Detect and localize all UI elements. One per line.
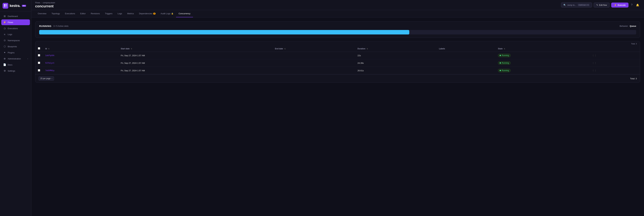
sort-icon[interactable]: ⇅	[366, 48, 368, 50]
sidebar-item-label: Dashboard	[8, 15, 18, 18]
col-end-date: End date ⇅	[272, 46, 355, 52]
row-state: Running	[495, 52, 590, 59]
logo-area: kestra. dev	[0, 0, 31, 11]
help-button[interactable]: ?	[630, 3, 634, 7]
tab-topology[interactable]: Topology	[49, 10, 62, 17]
jump-to-label: Jump to...	[567, 4, 576, 6]
sort-icon[interactable]: ⇅	[284, 48, 286, 50]
sidebar: kestra. dev ⊞ Dashboard ⚡ Flows ◷ Execut…	[0, 0, 31, 216]
sidebar-item-executions[interactable]: ◷ Executions	[1, 26, 30, 31]
sidebar-item-label: Logs	[8, 33, 12, 36]
state-dot	[500, 62, 501, 64]
title-area: Flows / company.team concurrent	[35, 2, 55, 8]
tab-label: Topology	[52, 12, 60, 15]
tab-metrics[interactable]: Metrics	[125, 10, 136, 17]
sidebar-item-blueprints[interactable]: ⬡ Blueprints	[1, 44, 30, 49]
sidebar-item-label: Settings	[8, 70, 15, 72]
behavior-label: Behavior:	[620, 25, 628, 27]
progress-bar-container	[39, 30, 636, 34]
table-header-row: Id ⇅ Start date ⇅ End date ⇅ Duration	[35, 46, 640, 52]
running-slots: 3 / 5 Active slots	[54, 25, 68, 27]
plugins-icon: ✦	[3, 51, 6, 54]
logo-badge: dev	[22, 5, 26, 7]
row-actions-menu[interactable]: ⋮⋮	[592, 69, 596, 72]
row-state: Running	[495, 67, 590, 74]
row-labels	[436, 52, 495, 59]
state-label: Running	[502, 54, 509, 57]
sidebar-item-dashboard[interactable]: ⊞ Dashboard	[1, 13, 30, 19]
row-id: 537mlyxt	[43, 59, 118, 67]
edit-flow-label: Edit flow	[599, 4, 607, 6]
state-badge: Running	[498, 54, 511, 57]
execute-button[interactable]: ⚡ Execute	[611, 3, 628, 8]
row-checkbox[interactable]	[38, 69, 40, 71]
sort-icon[interactable]: ⇅	[131, 48, 132, 50]
sidebar-item-label: Flows	[8, 21, 13, 24]
sidebar-item-settings[interactable]: ⚙ Settings	[1, 68, 30, 74]
row-actions-cell: ⋮⋮	[590, 59, 640, 67]
executions-table: Id ⇅ Start date ⇅ End date ⇅ Duration	[35, 46, 640, 74]
execution-id-link[interactable]: 1abfqh6k	[45, 54, 54, 57]
tab-label: Overview	[38, 12, 46, 15]
sidebar-item-administration[interactable]: ⊕ Administration ›	[1, 56, 30, 62]
tab-executions[interactable]: Executions	[62, 10, 78, 17]
state-badge: Running	[498, 61, 511, 65]
main-content: Flows / company.team concurrent 🔍 Jump t…	[31, 0, 644, 216]
sidebar-item-namespaces[interactable]: ⊙ Namespaces	[1, 38, 30, 43]
sidebar-item-label: Namespaces	[8, 39, 20, 42]
execution-id-link[interactable]: 7eUVMKby	[45, 70, 54, 72]
state-label: Running	[502, 62, 509, 64]
per-page-label: 25 per page	[40, 77, 50, 80]
sidebar-item-label: Docs	[8, 64, 12, 66]
sort-icon[interactable]: ⇅	[48, 48, 50, 50]
notification-button[interactable]: 🔔	[635, 3, 640, 8]
row-state: Running	[495, 59, 590, 67]
sidebar-item-docs[interactable]: 📄 Docs	[1, 62, 30, 68]
select-all-checkbox[interactable]	[38, 47, 40, 50]
administration-icon: ⊕	[3, 57, 6, 60]
execution-id-link[interactable]: 537mlyxt	[45, 62, 54, 64]
row-actions-menu[interactable]: ⋮⋮	[592, 54, 596, 57]
tab-audit-logs[interactable]: Audit Logs 🔒	[158, 10, 176, 17]
namespaces-icon: ⊙	[3, 39, 6, 42]
breadcrumb-company[interactable]: company.team	[43, 2, 55, 4]
sidebar-item-flows[interactable]: ⚡ Flows	[1, 19, 30, 25]
state-badge: Running	[498, 69, 511, 72]
jump-to-button[interactable]: 🔍 Jump to... Ctrl/Cmd + K	[561, 3, 592, 8]
logo-icon	[2, 3, 8, 9]
row-checkbox-cell	[35, 67, 43, 74]
col-actions	[590, 46, 640, 52]
header: Flows / company.team concurrent 🔍 Jump t…	[31, 0, 644, 10]
blueprints-icon: ⬡	[3, 45, 6, 48]
running-label: RUNNING	[39, 25, 52, 27]
dependencies-badge: 0	[153, 13, 156, 15]
tab-overview[interactable]: Overview	[35, 10, 49, 17]
keyboard-shortcut: Ctrl/Cmd + K	[578, 4, 590, 6]
tab-revisions[interactable]: Revisions	[88, 10, 102, 17]
edit-icon: ✎	[596, 4, 598, 6]
logs-icon: ≡	[3, 33, 6, 36]
search-icon: 🔍	[564, 4, 566, 6]
sidebar-item-logs[interactable]: ≡ Logs	[1, 32, 30, 37]
total-count-top: Total: 3	[631, 43, 637, 45]
row-checkbox-cell	[35, 59, 43, 67]
row-checkbox[interactable]	[38, 62, 40, 64]
tab-editor[interactable]: Editor	[78, 10, 88, 17]
row-checkbox[interactable]	[38, 54, 40, 56]
tab-label: Concurrency	[178, 12, 190, 15]
tab-concurrency[interactable]: Concurrency	[176, 10, 193, 17]
sort-icon[interactable]: ⇅	[504, 48, 505, 50]
sidebar-item-plugins[interactable]: ✦ Plugins	[1, 50, 30, 55]
breadcrumb-flows[interactable]: Flows	[35, 2, 40, 4]
sidebar-item-label: Plugins	[8, 51, 14, 54]
row-actions-menu[interactable]: ⋮⋮	[592, 62, 596, 64]
row-end-date	[272, 52, 355, 59]
tab-triggers[interactable]: Triggers	[102, 10, 115, 17]
tab-logs[interactable]: Logs	[115, 10, 124, 17]
tab-dependencies[interactable]: Dependencies 0	[136, 10, 158, 17]
per-page-selector[interactable]: 25 per page ▾	[38, 76, 54, 81]
sidebar-item-label: Blueprints	[8, 45, 17, 48]
edit-flow-button[interactable]: ✎ Edit flow	[594, 3, 610, 8]
col-id: Id ⇅	[43, 46, 118, 52]
flows-icon: ⚡	[3, 21, 6, 24]
